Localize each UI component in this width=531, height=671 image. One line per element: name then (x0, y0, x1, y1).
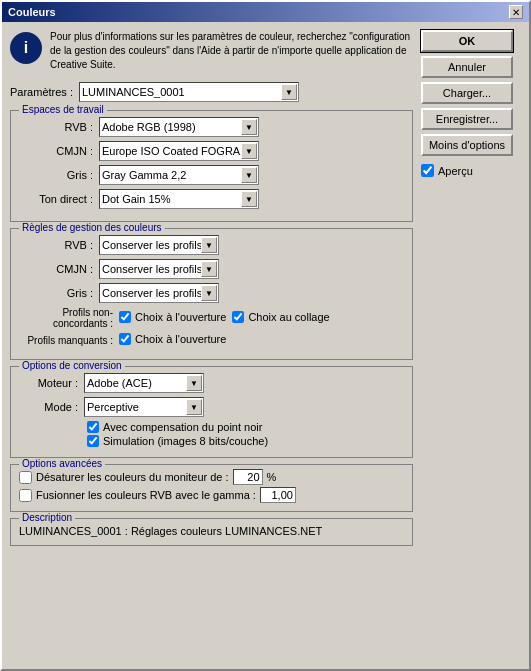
moteur-select[interactable]: Adobe (ACE) (84, 373, 204, 393)
desaturer-text: Désaturer les couleurs du moniteur de : (36, 471, 229, 483)
params-label: Paramètres : (10, 86, 73, 98)
apercu-checkbox[interactable] (421, 164, 434, 177)
simulation-checkbox[interactable] (87, 435, 99, 447)
apercu-label: Aperçu (438, 165, 473, 177)
ton-ws-label: Ton direct : (19, 193, 99, 205)
desaturer-checkbox[interactable] (19, 471, 32, 484)
profils-nc-label: Profils non-concordants : (19, 307, 119, 329)
info-text: Pour plus d'informations sur les paramèt… (50, 30, 413, 72)
close-button[interactable]: ✕ (509, 5, 523, 19)
annuler-button[interactable]: Annuler (421, 56, 513, 78)
profils-nc-row: Profils non-concordants : Choix à l'ouve… (19, 307, 404, 329)
compensation-checkbox[interactable] (87, 421, 99, 433)
cmjn-workspace-row: CMJN : Europe ISO Coated FOGRA27 ▼ (19, 141, 404, 161)
gris-ws-select[interactable]: Gray Gamma 2,2 (99, 165, 259, 185)
main-content: i Pour plus d'informations sur les param… (2, 22, 529, 669)
rvb-ws-select[interactable]: Adobe RGB (1998) (99, 117, 259, 137)
left-panel: i Pour plus d'informations sur les param… (10, 30, 413, 661)
rvb-rules-select[interactable]: Conserver les profils incorporés (99, 235, 219, 255)
gris-workspace-row: Gris : Gray Gamma 2,2 ▼ (19, 165, 404, 185)
choix-ouverture-checkbox[interactable] (119, 311, 131, 323)
couleurs-dialog: Couleurs ✕ i Pour plus d'informations su… (0, 0, 531, 671)
workspaces-label: Espaces de travail (19, 104, 107, 115)
fusionner-row: Fusionner les couleurs RVB avec le gamma… (19, 487, 404, 503)
right-panel: OK Annuler Charger... Enregistrer... Moi… (421, 30, 521, 661)
ton-ws-select[interactable]: Dot Gain 15% (99, 189, 259, 209)
gris-rules-label: Gris : (19, 287, 99, 299)
profils-mq-row: Profils manquants : Choix à l'ouverture (19, 333, 404, 347)
choix-collage-label: Choix au collage (232, 311, 329, 323)
window-title: Couleurs (8, 6, 56, 18)
rvb-rules-label: RVB : (19, 239, 99, 251)
cmjn-ws-label: CMJN : (19, 145, 99, 157)
choix-ouverture2-checkbox[interactable] (119, 333, 131, 345)
info-row: i Pour plus d'informations sur les param… (10, 30, 413, 72)
params-select-wrapper: LUMINANCES_0001 ▼ (79, 82, 299, 102)
params-row: Paramètres : LUMINANCES_0001 ▼ (10, 82, 413, 102)
cmjn-ws-select-wrapper: Europe ISO Coated FOGRA27 ▼ (99, 141, 259, 161)
moins-options-button[interactable]: Moins d'options (421, 134, 513, 156)
color-rules-group: Règles de gestion des couleurs RVB : Con… (10, 228, 413, 360)
description-group: Description LUMINANCES_0001 : Réglages c… (10, 518, 413, 546)
cmjn-rules-label: CMJN : (19, 263, 99, 275)
choix-collage-checkbox[interactable] (232, 311, 244, 323)
cmjn-rules-row: CMJN : Conserver les profils incorporés … (19, 259, 404, 279)
ton-workspace-row: Ton direct : Dot Gain 15% ▼ (19, 189, 404, 209)
rvb-ws-select-wrapper: Adobe RGB (1998) ▼ (99, 117, 259, 137)
mode-row: Mode : Perceptive ▼ (19, 397, 404, 417)
conversion-checkboxes: Avec compensation du point noir Simulati… (87, 421, 404, 447)
rvb-workspace-row: RVB : Adobe RGB (1998) ▼ (19, 117, 404, 137)
desaturer-row: Désaturer les couleurs du moniteur de : … (19, 469, 404, 485)
compensation-label: Avec compensation du point noir (87, 421, 404, 433)
conversion-label: Options de conversion (19, 360, 125, 371)
ok-button[interactable]: OK (421, 30, 513, 52)
ton-ws-select-wrapper: Dot Gain 15% ▼ (99, 189, 259, 209)
info-icon: i (10, 32, 42, 64)
description-group-label: Description (19, 512, 75, 523)
workspaces-group: Espaces de travail RVB : Adobe RGB (1998… (10, 110, 413, 222)
advanced-label: Options avancées (19, 458, 105, 469)
description-text: LUMINANCES_0001 : Réglages couleurs LUMI… (19, 525, 404, 537)
gris-rules-row: Gris : Conserver les profils incorporés … (19, 283, 404, 303)
rvb-rules-row: RVB : Conserver les profils incorporés ▼ (19, 235, 404, 255)
cmjn-rules-select[interactable]: Conserver les profils incorporés (99, 259, 219, 279)
profils-nc-checkboxes: Choix à l'ouverture Choix au collage (119, 311, 330, 325)
rvb-rules-select-wrapper: Conserver les profils incorporés ▼ (99, 235, 219, 255)
mode-label: Mode : (19, 401, 84, 413)
moteur-label: Moteur : (19, 377, 84, 389)
rvb-ws-label: RVB : (19, 121, 99, 133)
apercu-row: Aperçu (421, 164, 521, 177)
advanced-group: Options avancées Désaturer les couleurs … (10, 464, 413, 512)
moteur-select-wrapper: Adobe (ACE) ▼ (84, 373, 204, 393)
profils-mq-label: Profils manquants : (19, 335, 119, 346)
moteur-row: Moteur : Adobe (ACE) ▼ (19, 373, 404, 393)
fusionner-text: Fusionner les couleurs RVB avec le gamma… (36, 489, 256, 501)
gris-ws-label: Gris : (19, 169, 99, 181)
cmjn-ws-select[interactable]: Europe ISO Coated FOGRA27 (99, 141, 259, 161)
fusionner-input[interactable] (260, 487, 296, 503)
mode-select-wrapper: Perceptive ▼ (84, 397, 204, 417)
params-select[interactable]: LUMINANCES_0001 (79, 82, 299, 102)
percent-label: % (267, 471, 277, 483)
choix-ouverture-label: Choix à l'ouverture (119, 311, 226, 323)
charger-button[interactable]: Charger... (421, 82, 513, 104)
mode-select[interactable]: Perceptive (84, 397, 204, 417)
fusionner-checkbox[interactable] (19, 489, 32, 502)
choix-ouverture2-label: Choix à l'ouverture (119, 333, 226, 345)
simulation-label: Simulation (images 8 bits/couche) (87, 435, 404, 447)
cmjn-rules-select-wrapper: Conserver les profils incorporés ▼ (99, 259, 219, 279)
color-rules-label: Règles de gestion des couleurs (19, 222, 165, 233)
conversion-group: Options de conversion Moteur : Adobe (AC… (10, 366, 413, 458)
gris-ws-select-wrapper: Gray Gamma 2,2 ▼ (99, 165, 259, 185)
gris-rules-select[interactable]: Conserver les profils incorporés (99, 283, 219, 303)
gris-rules-select-wrapper: Conserver les profils incorporés ▼ (99, 283, 219, 303)
desaturer-input[interactable] (233, 469, 263, 485)
title-bar: Couleurs ✕ (2, 2, 529, 22)
enregistrer-button[interactable]: Enregistrer... (421, 108, 513, 130)
